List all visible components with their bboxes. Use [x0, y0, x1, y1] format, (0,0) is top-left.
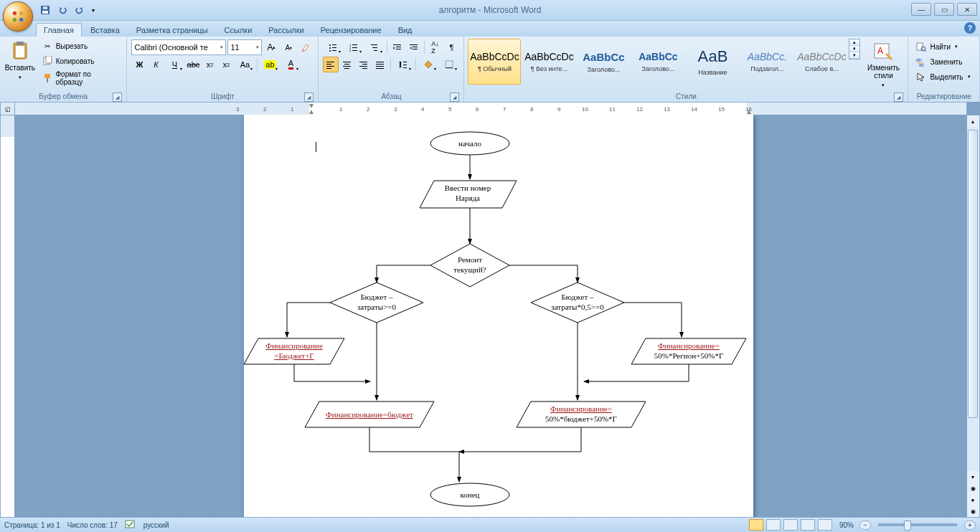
style-5[interactable]: AaBbCc.Подзагол... [740, 39, 793, 85]
qat-redo-button[interactable] [72, 2, 88, 18]
bold-button[interactable]: Ж [131, 57, 147, 72]
style-0[interactable]: AaBbCcDc¶ Обычный [468, 39, 521, 85]
multilevel-list-button[interactable] [364, 39, 385, 55]
horizontal-ruler[interactable]: 321 1234 5678 9101112 13141516 [14, 102, 967, 116]
minimize-button[interactable]: — [911, 3, 931, 16]
next-page[interactable]: ◉ [966, 505, 979, 517]
select-button[interactable]: Выделить▾ [913, 70, 973, 84]
scroll-up[interactable]: ▴ [966, 115, 979, 127]
scroll-down[interactable]: ▾ [966, 471, 979, 483]
copy-button[interactable]: Копировать [39, 54, 123, 68]
borders-button[interactable] [439, 57, 459, 72]
style-6[interactable]: AaBbCcDcСлабое в... [795, 39, 848, 85]
qat-customize-dropdown[interactable]: ▾ [89, 2, 98, 18]
tab-mailings[interactable]: Рассылки [260, 23, 311, 37]
status-language[interactable]: русский [143, 521, 169, 529]
decrease-indent-button[interactable] [390, 39, 405, 55]
align-right-button[interactable] [356, 57, 372, 72]
align-left-button[interactable] [323, 57, 339, 72]
clear-formatting-button[interactable] [298, 39, 314, 55]
svg-text:3: 3 [394, 106, 397, 113]
clipboard-dialog-launcher[interactable]: ◢ [113, 92, 122, 102]
numbering-button[interactable]: 123 [344, 39, 364, 55]
align-center-button[interactable] [339, 57, 355, 72]
styles-expand[interactable]: ▾ [849, 52, 859, 59]
svg-text:затраты>=0: затраты>=0 [357, 303, 397, 311]
strikethrough-button[interactable]: abc [185, 57, 201, 72]
status-spellcheck-icon[interactable] [125, 519, 136, 531]
document-area[interactable]: начало Ввести номер Наряда Ремонт текущи… [14, 115, 967, 518]
prev-page[interactable]: ◉ [966, 483, 979, 494]
cut-button[interactable]: ✂Вырезать [39, 39, 123, 53]
view-full-screen[interactable] [766, 519, 781, 531]
scroll-thumb[interactable] [968, 130, 978, 418]
highlight-button[interactable]: ab [260, 57, 280, 72]
tab-page-layout[interactable]: Разметка страницы [128, 23, 216, 37]
styles-scroll-down[interactable]: ▾ [849, 46, 859, 52]
font-color-button[interactable]: A [281, 57, 301, 72]
svg-point-3 [19, 18, 24, 22]
view-web-layout[interactable] [783, 519, 798, 531]
office-button[interactable] [3, 1, 33, 32]
zoom-in-button[interactable]: + [964, 521, 976, 530]
maximize-button[interactable]: ▭ [934, 3, 954, 16]
superscript-button[interactable]: x2 [218, 57, 234, 72]
svg-rect-55 [446, 61, 453, 68]
svg-point-16 [329, 47, 331, 49]
italic-button[interactable]: К [148, 57, 164, 72]
style-3[interactable]: AaBbCcЗаголово... [631, 39, 684, 85]
tab-references[interactable]: Ссылки [217, 23, 260, 37]
svg-rect-48 [376, 64, 384, 65]
ruler-corner[interactable]: ◱ [0, 102, 16, 116]
svg-text:конец: конец [461, 490, 480, 499]
close-button[interactable]: ✕ [957, 3, 977, 16]
tab-view[interactable]: Вид [390, 23, 420, 37]
window-title: алгоритм - Microsoft Word [439, 5, 542, 15]
font-dialog-launcher[interactable]: ◢ [304, 92, 314, 102]
increase-indent-button[interactable] [406, 39, 422, 55]
grow-font-button[interactable]: A▴ [263, 39, 279, 55]
zoom-out-button[interactable]: − [859, 521, 871, 530]
bullets-button[interactable] [323, 39, 343, 55]
style-1[interactable]: AaBbCcDc¶ Без инте... [522, 39, 575, 85]
change-case-button[interactable]: Aa [235, 57, 255, 72]
view-print-layout[interactable] [749, 519, 763, 531]
tab-insert[interactable]: Вставка [83, 23, 128, 37]
svg-text:3: 3 [349, 49, 352, 52]
paragraph-dialog-launcher[interactable]: ◢ [450, 92, 459, 102]
zoom-slider[interactable] [878, 523, 957, 526]
vertical-scrollbar[interactable]: ▴ ▾ ◉ ● ◉ [966, 115, 980, 518]
view-outline[interactable] [801, 519, 815, 531]
justify-button[interactable] [372, 57, 388, 72]
line-spacing-button[interactable] [393, 57, 413, 72]
shading-button[interactable] [418, 57, 438, 72]
font-name-combo[interactable]: Calibri (Основной те▾ [131, 39, 226, 55]
shrink-font-button[interactable]: A▾ [281, 39, 296, 55]
change-styles-button[interactable]: A Изменить стили▾ [862, 38, 905, 90]
svg-text:50%*Регион+50%*Г: 50%*Регион+50%*Г [654, 351, 724, 360]
qat-save-button[interactable] [37, 2, 53, 18]
paste-button[interactable]: Вставить▾ [3, 38, 37, 82]
tab-review[interactable]: Рецензирование [313, 23, 390, 37]
style-2[interactable]: AaBbCcЗаголово... [577, 39, 630, 85]
tab-home[interactable]: Главная [36, 23, 82, 37]
styles-dialog-launcher[interactable]: ◢ [894, 92, 903, 102]
format-painter-button[interactable]: Формат по образцу [39, 69, 123, 87]
browse-object[interactable]: ● [966, 494, 979, 505]
show-marks-button[interactable]: ¶ [443, 39, 459, 55]
subscript-button[interactable]: x2 [202, 57, 217, 72]
view-draft[interactable] [818, 519, 832, 531]
status-page[interactable]: Страница: 1 из 1 [4, 521, 60, 529]
help-button[interactable]: ? [964, 22, 976, 34]
sort-button[interactable]: A↓Z [427, 39, 443, 55]
vertical-ruler[interactable] [0, 115, 16, 518]
font-size-combo[interactable]: 11▾ [227, 39, 262, 55]
zoom-level[interactable]: 90% [839, 521, 854, 529]
replace-button[interactable]: abacЗаменить [913, 54, 973, 69]
style-4[interactable]: АаВНазвание [686, 39, 739, 85]
find-button[interactable]: Найти▾ [913, 39, 973, 54]
styles-scroll-up[interactable]: ▴ [849, 39, 859, 46]
status-words[interactable]: Число слов: 17 [67, 521, 118, 529]
underline-button[interactable]: Ч [164, 57, 184, 72]
qat-undo-button[interactable] [55, 2, 70, 18]
